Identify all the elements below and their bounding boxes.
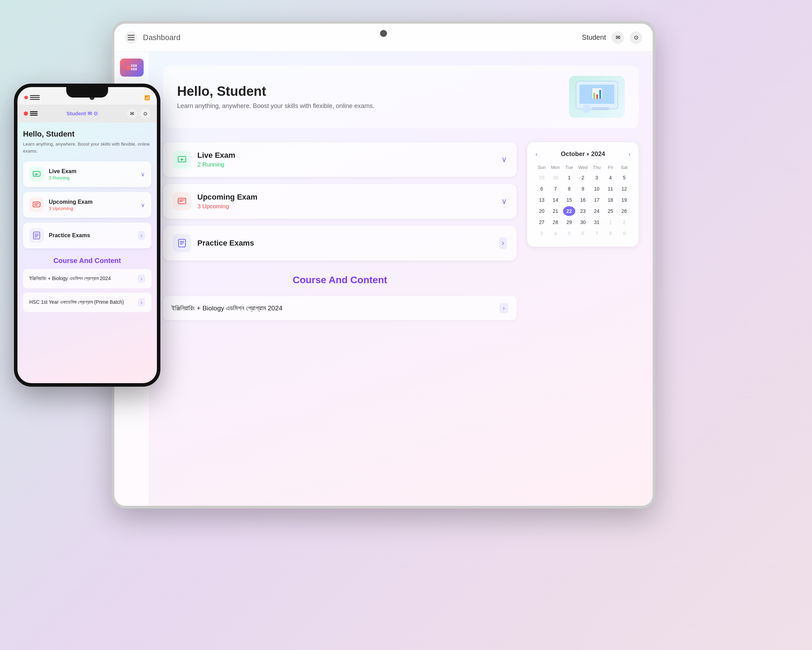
mobile-avatar-icon[interactable]: ⊙ <box>140 108 151 119</box>
cal-day-next-3[interactable]: 3 <box>536 228 548 238</box>
mobile-upcoming-exam-info: Upcoming Exam 3 Upcoming <box>49 199 136 211</box>
cal-day-25[interactable]: 25 <box>604 206 617 216</box>
cal-day-prev-30[interactable]: 30 <box>549 173 561 183</box>
mobile-user-icons: ✉ ⊙ <box>127 108 151 119</box>
cal-day-28[interactable]: 28 <box>549 218 561 227</box>
practice-exams-title: Practice Exams <box>197 239 254 248</box>
cal-day-next-1[interactable]: 1 <box>604 218 617 227</box>
mobile-topbar: Student ✉ ⊙ ✉ ⊙ <box>17 105 157 123</box>
live-exam-card[interactable]: Live Exam 2 Running ∨ <box>163 142 517 177</box>
mobile-live-exam-chevron[interactable]: ∨ <box>141 171 145 178</box>
cal-day-19[interactable]: 19 <box>618 195 630 205</box>
cal-day-24[interactable]: 24 <box>591 206 603 216</box>
mobile-upcoming-exam-card[interactable]: Upcoming Exam 3 Upcoming ∨ <box>23 192 151 218</box>
cal-day-16[interactable]: 16 <box>577 195 589 205</box>
cal-day-22[interactable]: 22 <box>563 206 575 216</box>
mobile-mail-icon[interactable]: ✉ <box>127 108 137 119</box>
cal-day-next-8[interactable]: 8 <box>604 228 617 238</box>
course-item-0-arrow[interactable]: › <box>499 303 508 313</box>
upcoming-exam-title: Upcoming Exam <box>197 193 257 202</box>
tablet-hero-text: Hello, Student Learn anything, anywhere.… <box>177 84 374 110</box>
practice-exams-info: Practice Exams <box>197 239 254 248</box>
header-username: Student <box>582 33 606 41</box>
cal-day-6[interactable]: 6 <box>536 184 548 194</box>
sidebar-toggle-button[interactable] <box>125 31 137 44</box>
calendar-prev[interactable]: ‹ <box>536 151 537 157</box>
svg-point-25 <box>582 105 591 113</box>
mobile-live-exam-card[interactable]: Live Exam 2 Running ∨ <box>23 161 151 187</box>
mobile-course-item-1-arrow[interactable]: › <box>138 298 145 306</box>
svg-rect-8 <box>133 68 134 70</box>
svg-rect-41 <box>33 202 40 207</box>
svg-rect-5 <box>133 64 134 67</box>
cal-day-7[interactable]: 7 <box>549 184 561 194</box>
tablet-body: ? Hello, Student Learn anything, anywher… <box>114 52 653 506</box>
mobile-live-exam-info: Live Exam 2 Running <box>49 168 136 180</box>
course-section-title: Course And Content <box>163 268 517 289</box>
cal-day-1[interactable]: 1 <box>563 173 575 183</box>
svg-rect-47 <box>35 236 37 237</box>
cal-day-18[interactable]: 18 <box>604 195 617 205</box>
cal-day-30[interactable]: 30 <box>577 218 589 227</box>
upcoming-exam-card[interactable]: Upcoming Exam 3 Upcoming ∨ <box>163 184 517 219</box>
cal-day-next-5[interactable]: 5 <box>563 228 575 238</box>
mobile-hero: Hello, Student Learn anything, anywhere.… <box>23 129 151 154</box>
cal-day-8[interactable]: 8 <box>563 184 575 194</box>
calendar-month-year: October ▾ 2024 <box>561 151 605 158</box>
mobile-course-item-1[interactable]: HSC 1st Year একাডেমিক প্রোগ্রাম (Prime B… <box>23 292 151 312</box>
cal-day-21[interactable]: 21 <box>549 206 561 216</box>
cal-day-20[interactable]: 20 <box>536 206 548 216</box>
cal-day-next-2[interactable]: 2 <box>618 218 630 227</box>
cal-day-5[interactable]: 5 <box>618 173 630 183</box>
live-exam-title: Live Exam <box>197 151 235 160</box>
practice-exams-card[interactable]: Practice Exams › <box>163 226 517 260</box>
cal-day-23[interactable]: 23 <box>577 206 589 216</box>
cal-day-12[interactable]: 12 <box>618 184 630 194</box>
cal-day-3[interactable]: 3 <box>591 173 603 183</box>
cal-header-thu: Thu <box>591 163 603 171</box>
avatar-icon[interactable]: ⊙ <box>630 31 642 44</box>
cal-day-11[interactable]: 11 <box>604 184 617 194</box>
calendar-dropdown-icon[interactable]: ▾ <box>587 152 589 157</box>
upcoming-exam-chevron[interactable]: ∨ <box>501 197 507 206</box>
cal-day-9[interactable]: 9 <box>577 184 589 194</box>
calendar-header: ‹ October ▾ 2024 › <box>536 151 630 158</box>
upcoming-exam-icon <box>173 192 191 210</box>
cal-day-13[interactable]: 13 <box>536 195 548 205</box>
mobile-course-item-0[interactable]: ইঞ্জিনিয়ারিং + Biology এডমিশন প্রোগ্রাম… <box>23 269 151 288</box>
cal-day-next-9[interactable]: 9 <box>618 228 630 238</box>
cal-day-next-4[interactable]: 4 <box>549 228 561 238</box>
mobile-record-dot <box>24 96 28 99</box>
cal-day-2[interactable]: 2 <box>577 173 589 183</box>
mobile-practice-exams-card[interactable]: Practice Exams › <box>23 222 151 248</box>
cal-day-4[interactable]: 4 <box>604 173 617 183</box>
live-exam-chevron[interactable]: ∨ <box>501 155 507 164</box>
cal-day-29[interactable]: 29 <box>563 218 575 227</box>
cal-day-26[interactable]: 26 <box>618 206 630 216</box>
mobile-practice-exams-chevron[interactable]: › <box>138 231 145 240</box>
tablet-subtitle: Learn anything, anywhere. Boost your ski… <box>177 102 374 110</box>
mobile-notch <box>66 87 108 97</box>
mobile-menu-icon <box>30 95 40 100</box>
cal-day-14[interactable]: 14 <box>549 195 561 205</box>
cal-day-next-6[interactable]: 6 <box>577 228 589 238</box>
mobile-course-item-0-arrow[interactable]: › <box>138 274 145 283</box>
svg-marker-28 <box>181 158 184 161</box>
tablet-hero: Hello, Student Learn anything, anywhere.… <box>163 65 639 128</box>
svg-rect-31 <box>179 201 183 202</box>
cal-day-17[interactable]: 17 <box>591 195 603 205</box>
cal-day-15[interactable]: 15 <box>563 195 575 205</box>
cal-day-10[interactable]: 10 <box>591 184 603 194</box>
mobile-upcoming-exam-chevron[interactable]: ∨ <box>141 202 145 208</box>
cal-day-next-7[interactable]: 7 <box>591 228 603 238</box>
cal-day-prev-29[interactable]: 29 <box>536 173 548 183</box>
mail-icon[interactable]: ✉ <box>612 31 624 44</box>
upcoming-exam-subtitle: 3 Upcoming <box>197 203 257 210</box>
svg-rect-34 <box>180 242 184 243</box>
cal-day-27[interactable]: 27 <box>536 218 548 227</box>
cal-day-31[interactable]: 31 <box>591 218 603 227</box>
calendar-next[interactable]: › <box>629 151 630 157</box>
course-item-0-text: ইঞ্জিনিয়ারিং + Biology এডমিশন প্রোগ্রাম… <box>171 304 282 312</box>
practice-exams-chevron[interactable]: › <box>499 237 507 249</box>
course-item-0[interactable]: ইঞ্জিনিয়ারিং + Biology এডমিশন প্রোগ্রাম… <box>163 296 517 320</box>
